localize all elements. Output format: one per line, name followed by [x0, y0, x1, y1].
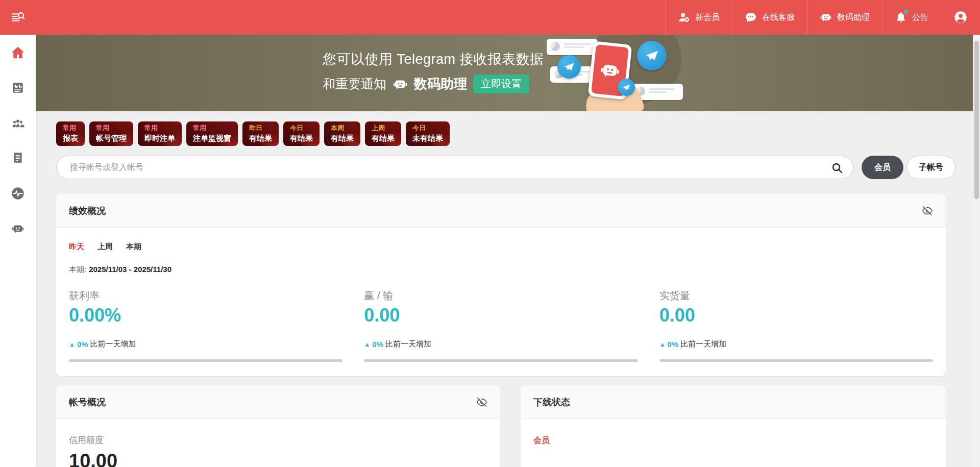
account-body: 信用额度 10.00: [56, 419, 500, 467]
performance-tabs: 昨天 上周 本期: [69, 242, 933, 252]
metric-progress-bar: [659, 359, 933, 362]
eye-off-icon[interactable]: [476, 397, 487, 408]
quick-links-row: 常用 报表 常用 帐号管理 常用 即时注单 常用 注单监视窗 昨日 有结果 今日…: [56, 121, 450, 146]
nav-label: 公告: [912, 12, 928, 23]
robot-icon: [393, 77, 408, 92]
card-header: 下线状态: [521, 385, 946, 419]
sidebar-item-telegram-bot[interactable]: [0, 211, 36, 246]
tab-last-week[interactable]: 上周: [97, 242, 113, 252]
change-percent: 0%: [668, 340, 679, 349]
member-link[interactable]: 会员: [533, 435, 550, 446]
tab-current-period[interactable]: 本期: [126, 242, 141, 252]
metric-win-loss: 赢 / 输 0.00 ▲ 0% 比前一天增加: [364, 289, 638, 362]
sidebar-item-reports[interactable]: [0, 70, 36, 105]
telegram-plane-icon: [637, 41, 667, 70]
period-range: 本期:2025/11/03 - 2025/11/30: [69, 265, 933, 275]
metric-value: 0.00: [364, 305, 638, 326]
badge-label: 帐号管理: [96, 133, 127, 143]
card-header: 绩效概况: [56, 194, 946, 228]
nav-new-member[interactable]: 新会员: [665, 0, 732, 35]
metric-label: 赢 / 输: [364, 289, 638, 303]
chat-card: [547, 39, 598, 55]
quick-link-yesterday-results[interactable]: 昨日 有结果: [242, 121, 279, 146]
top-nav: 新会员 在线客服 数码助理 公告: [665, 0, 980, 35]
quick-link-reports[interactable]: 常用 报表: [56, 121, 85, 146]
avatar-icon: [953, 10, 968, 24]
search-input[interactable]: [56, 156, 853, 179]
member-filter-button[interactable]: 会员: [862, 156, 903, 179]
chat-icon: [745, 11, 757, 23]
report-icon: [11, 81, 24, 94]
robot-icon: [599, 59, 621, 82]
metrics-grid: 获利率 0.00% ▲ 0% 比前一天增加 赢 / 输 0.00 ▲ 0%: [69, 289, 933, 362]
nav-announcements[interactable]: 公告: [882, 0, 941, 35]
period-value: 2025/11/03 - 2025/11/30: [89, 265, 172, 274]
nav-online-service[interactable]: 在线客服: [732, 0, 807, 35]
quick-link-today-no-results[interactable]: 今日 未有结果: [406, 121, 450, 146]
quick-link-today-results[interactable]: 今日 有结果: [283, 121, 320, 146]
metric-change: ▲ 0% 比前一天增加: [69, 339, 342, 349]
sidebar-item-accounts[interactable]: [0, 105, 36, 140]
subaccount-filter-button[interactable]: 子帐号: [906, 156, 955, 179]
scrollbar-thumb[interactable]: [974, 41, 979, 199]
banner-bot-name: 数码助理: [414, 75, 467, 93]
sidebar-item-home[interactable]: [0, 35, 36, 70]
pulse-icon: [11, 186, 25, 201]
credit-limit-label: 信用额度: [69, 434, 487, 446]
badge-tag: 今日: [412, 124, 443, 132]
badge-label: 有结果: [372, 133, 395, 143]
downline-status-card: 下线状态 会员: [521, 385, 946, 467]
nav-profile[interactable]: [941, 0, 980, 35]
card-title: 帐号概况: [69, 396, 106, 408]
change-text: 比前一天增加: [90, 339, 136, 349]
credit-limit-value: 10.00: [69, 450, 487, 467]
quick-link-lastweek-results[interactable]: 上周 有结果: [365, 121, 401, 146]
metric-label: 获利率: [69, 289, 342, 303]
sidebar-item-tickets[interactable]: [0, 140, 36, 176]
robot-icon: [820, 11, 832, 23]
change-text: 比前一天增加: [680, 339, 726, 349]
badge-tag: 常用: [96, 124, 127, 132]
quick-link-bet-monitor[interactable]: 常用 注单监视窗: [186, 121, 238, 146]
change-percent: 0%: [372, 340, 383, 349]
home-icon: [10, 45, 26, 60]
badge-label: 报表: [63, 133, 78, 143]
badge-tag: 昨日: [249, 124, 272, 132]
up-triangle-icon: ▲: [659, 341, 666, 348]
performance-overview-card: 绩效概况 昨天 上周 本期 本期:2025/11/03 - 2025/11/30…: [56, 194, 946, 376]
setup-now-button[interactable]: 立即设置: [473, 75, 529, 93]
tab-yesterday[interactable]: 昨天: [69, 242, 84, 252]
bell-icon: [895, 11, 907, 23]
metric-progress-bar: [69, 359, 342, 362]
badge-label: 有结果: [290, 133, 313, 143]
quick-link-thisweek-results[interactable]: 本周 有结果: [324, 121, 360, 146]
account-overview-card: 帐号概况 信用额度 10.00: [56, 385, 500, 467]
sidebar-item-activity[interactable]: [0, 176, 36, 211]
nav-label: 在线客服: [762, 12, 795, 23]
menu-search-icon: [11, 10, 25, 24]
badge-label: 有结果: [249, 133, 272, 143]
up-triangle-icon: ▲: [69, 341, 75, 348]
top-bar: 新会员 在线客服 数码助理 公告: [0, 0, 980, 35]
metric-change: ▲ 0% 比前一天增加: [364, 339, 638, 349]
menu-toggle-button[interactable]: [0, 0, 36, 35]
telegram-plane-icon: [618, 79, 635, 96]
badge-label: 未有结果: [412, 133, 443, 143]
nav-digital-assistant[interactable]: 数码助理: [807, 0, 882, 35]
quick-link-live-bets[interactable]: 常用 即时注单: [138, 121, 182, 146]
change-percent: 0%: [77, 340, 88, 349]
eye-off-icon[interactable]: [922, 205, 933, 216]
metric-value: 0.00%: [69, 305, 342, 326]
banner-line2-prefix: 和重要通知: [323, 76, 386, 92]
notification-dot: [904, 10, 908, 14]
telegram-banner[interactable]: 您可以使用 Telegram 接收报表数据 和重要通知 数码助理 立即设置: [36, 35, 973, 111]
search-icon[interactable]: [830, 161, 844, 175]
metric-value: 0.00: [659, 305, 933, 326]
metric-turnover: 实货量 0.00 ▲ 0% 比前一天增加: [659, 289, 933, 362]
metric-label: 实货量: [659, 289, 933, 303]
receipt-icon: [11, 152, 24, 165]
badge-tag: 常用: [144, 124, 175, 132]
downline-body: 会员: [521, 419, 946, 446]
page-scrollbar[interactable]: [973, 35, 980, 467]
quick-link-account-management[interactable]: 常用 帐号管理: [89, 121, 133, 146]
